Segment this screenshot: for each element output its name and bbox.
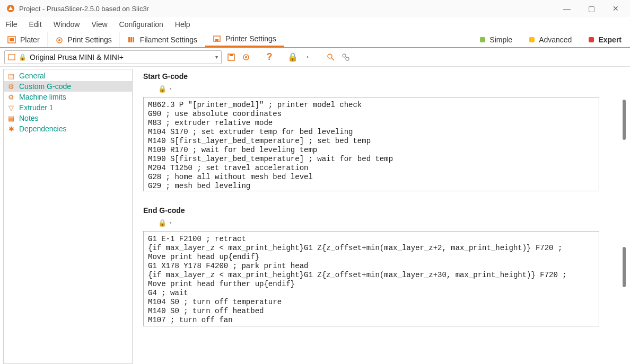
save-icon[interactable]	[226, 52, 237, 63]
content: ▤ General ⚙ Custom G-code ⚙ Machine limi…	[0, 67, 630, 364]
sidebar-item-custom-gcode[interactable]: ⚙ Custom G-code	[4, 81, 132, 92]
notes-icon: ▤	[7, 114, 15, 122]
sidebar-label: Custom G-code	[19, 82, 71, 91]
tab-label: Printer Settings	[225, 34, 276, 43]
svg-rect-2	[10, 38, 14, 41]
maximize-button[interactable]: ▢	[579, 0, 603, 17]
tab-printer-settings[interactable]: Printer Settings	[205, 32, 284, 47]
sidebar-item-extruder[interactable]: ▽ Extruder 1	[4, 102, 132, 113]
compare-icon[interactable]	[340, 52, 351, 63]
menubar: File Edit Window View Configuration Help	[0, 17, 630, 32]
chevron-down-icon: ▾	[215, 54, 218, 60]
svg-rect-5	[128, 37, 130, 42]
bullet-icon: •	[170, 86, 172, 92]
close-button[interactable]: ✕	[603, 0, 628, 17]
mode-expert[interactable]: Expert	[580, 35, 630, 44]
svg-point-14	[245, 56, 247, 58]
mode-selector: Simple Advanced Expert	[471, 32, 630, 47]
mode-label: Advanced	[539, 35, 572, 44]
tab-filament-settings[interactable]: Filament Settings	[120, 32, 205, 47]
filament-icon	[127, 36, 136, 43]
tab-print-settings[interactable]: Print Settings	[48, 32, 120, 47]
start-gcode-lock[interactable]: 🔒•	[158, 85, 615, 93]
funnel-icon: ▽	[7, 103, 15, 112]
tab-label: Filament Settings	[140, 35, 197, 44]
tab-label: Plater	[20, 35, 40, 44]
svg-rect-6	[130, 37, 132, 42]
tab-label: Print Settings	[68, 35, 112, 44]
sidebar-label: Dependencies	[19, 125, 67, 133]
svg-point-15	[328, 54, 332, 58]
menu-configuration[interactable]: Configuration	[119, 20, 163, 29]
settings-sidebar: ▤ General ⚙ Custom G-code ⚙ Machine limi…	[3, 69, 133, 364]
svg-point-18	[346, 57, 349, 60]
sidebar-item-dependencies[interactable]: ✱ Dependencies	[4, 123, 132, 134]
sidebar-label: General	[19, 72, 46, 80]
lock-icon: 🔒	[158, 219, 167, 227]
start-gcode-title: Start G-code	[143, 72, 615, 81]
sidebar-label: Notes	[19, 114, 39, 122]
tabbar: Plater Print Settings Filament Settings …	[0, 32, 630, 48]
svg-point-4	[58, 39, 60, 41]
svg-line-16	[331, 58, 334, 60]
menu-file[interactable]: File	[5, 20, 18, 29]
end-gcode-title: End G-code	[143, 206, 615, 215]
search-icon[interactable]	[326, 52, 336, 63]
mode-label: Simple	[489, 35, 512, 44]
svg-rect-7	[133, 37, 134, 42]
titlebar: Project - PrusaSlicer-2.5.0 based on Sli…	[0, 0, 630, 17]
scrollbar[interactable]	[623, 247, 626, 287]
mode-label: Expert	[598, 35, 622, 44]
printer-icon	[8, 54, 15, 60]
main-panel: Start G-code 🔒• M862.3 P "[printer_model…	[133, 67, 630, 364]
sidebar-item-notes[interactable]: ▤ Notes	[4, 113, 132, 123]
sidebar-label: Extruder 1	[19, 103, 54, 112]
svg-rect-12	[230, 54, 233, 56]
menu-view[interactable]: View	[91, 20, 107, 29]
gear-icon: ⚙	[7, 93, 15, 101]
printer-icon	[213, 35, 221, 42]
lock-icon: 🔒	[158, 85, 167, 93]
window-controls: — ▢ ✕	[555, 0, 628, 17]
mode-simple[interactable]: Simple	[471, 35, 521, 44]
bullet-icon: •	[170, 220, 172, 226]
lock-icon[interactable]: 🔒	[287, 52, 298, 63]
gear-icon: ⚙	[7, 82, 15, 91]
lock-icon: 🔒	[19, 54, 27, 61]
dot-icon	[529, 37, 535, 42]
dot-icon	[480, 37, 485, 42]
tab-plater[interactable]: Plater	[0, 32, 48, 47]
bullet-icon[interactable]: •	[302, 52, 313, 63]
sidebar-label: Machine limits	[19, 93, 66, 101]
start-gcode-input[interactable]: M862.3 P "[printer_model]" ; printer mod…	[143, 97, 599, 191]
help-icon[interactable]: ?	[264, 52, 275, 63]
sidebar-item-machine-limits[interactable]: ⚙ Machine limits	[4, 92, 132, 102]
sidebar-item-general[interactable]: ▤ General	[4, 70, 132, 81]
svg-point-17	[343, 54, 346, 57]
plater-icon	[7, 36, 16, 43]
svg-rect-9	[215, 39, 218, 41]
gear-icon	[55, 36, 64, 43]
toolbar: 🔒 Original Prusa MINI & MINI+ ▾ ? 🔒 •	[0, 48, 630, 67]
preset-name: Original Prusa MINI & MINI+	[30, 53, 212, 61]
window-title: Project - PrusaSlicer-2.5.0 based on Sli…	[19, 5, 149, 13]
preset-dropdown[interactable]: 🔒 Original Prusa MINI & MINI+ ▾	[4, 50, 222, 64]
menu-edit[interactable]: Edit	[29, 20, 42, 29]
svg-rect-10	[8, 55, 15, 60]
end-gcode-lock[interactable]: 🔒•	[158, 219, 615, 227]
mode-advanced[interactable]: Advanced	[521, 35, 580, 44]
dot-icon	[589, 37, 594, 42]
list-icon: ▤	[7, 72, 15, 80]
menu-window[interactable]: Window	[54, 20, 80, 29]
gear-icon[interactable]	[241, 52, 251, 63]
app-icon	[6, 4, 15, 13]
scrollbar[interactable]	[623, 100, 626, 140]
minimize-button[interactable]: —	[555, 0, 579, 17]
deps-icon: ✱	[7, 125, 15, 133]
end-gcode-input[interactable]: G1 E-1 F2100 ; retract {if max_layer_z <…	[143, 231, 599, 326]
menu-help[interactable]: Help	[175, 20, 190, 29]
